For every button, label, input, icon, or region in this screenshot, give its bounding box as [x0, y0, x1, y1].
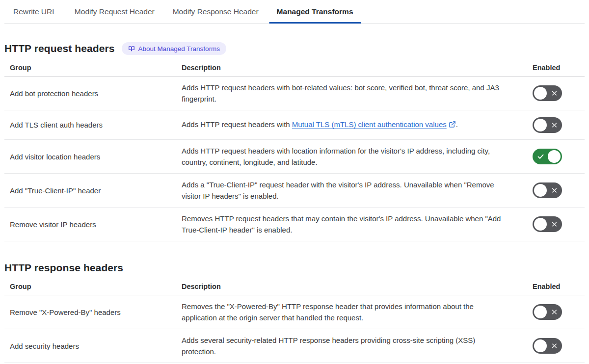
table-row: Add security headers Adds several securi…	[4, 329, 585, 363]
description-cell: Adds HTTP request headers with bot-relat…	[182, 82, 515, 104]
x-icon	[551, 343, 558, 349]
response-headers-title: HTTP response headers	[4, 262, 123, 274]
toggle-knob	[534, 184, 547, 197]
group-cell: Add bot protection headers	[10, 89, 182, 98]
toggle-knob	[548, 150, 561, 163]
tab-managed-transforms[interactable]: Managed Transforms	[269, 0, 361, 23]
description-cell: Adds a "True-Client-IP" request header w…	[182, 179, 515, 202]
request-headers-table: Group Description Enabled Add bot protec…	[4, 60, 585, 241]
response-headers-section-head: HTTP response headers	[4, 262, 585, 274]
column-header-group: Group	[10, 64, 182, 72]
request-headers-section-head: HTTP request headers About Managed Trans…	[4, 42, 585, 55]
group-cell: Remove "X-Powered-By" headers	[10, 308, 182, 316]
table-row: Add bot protection headers Adds HTTP req…	[4, 77, 585, 110]
table-row: Add "True-Client-IP" header Adds a "True…	[4, 174, 585, 208]
toggle-knob	[534, 339, 547, 352]
toggle-add-bot-protection-headers[interactable]	[533, 85, 562, 101]
request-headers-title: HTTP request headers	[4, 43, 115, 54]
transform-rules-tabbar: Rewrite URL Modify Request Header Modify…	[4, 0, 585, 24]
table-row: Add TLS client auth headers Adds HTTP re…	[4, 110, 585, 140]
x-icon	[551, 309, 558, 315]
column-header-enabled: Enabled	[533, 64, 585, 72]
check-icon	[537, 153, 544, 160]
toggle-add-security-headers[interactable]	[533, 338, 562, 354]
column-header-description: Description	[182, 283, 533, 290]
column-header-description: Description	[182, 64, 533, 72]
table-header-row: Group Description Enabled	[4, 279, 585, 295]
column-header-enabled: Enabled	[533, 283, 585, 290]
external-link-icon	[449, 120, 456, 131]
x-icon	[551, 221, 558, 228]
group-cell: Remove visitor IP headers	[10, 220, 182, 229]
table-row: Remove visitor IP headers Removes HTTP r…	[4, 208, 585, 241]
toggle-knob	[534, 119, 547, 131]
managed-transforms-page: Rewrite URL Modify Request Header Modify…	[4, 0, 585, 363]
description-cell: Removes HTTP request headers that may co…	[182, 213, 515, 235]
toggle-remove-visitor-ip-headers[interactable]	[533, 216, 562, 232]
group-cell: Add TLS client auth headers	[10, 121, 182, 129]
toggle-knob	[534, 218, 547, 231]
response-headers-table: Group Description Enabled Remove "X-Powe…	[4, 279, 585, 363]
description-cell: Adds HTTP request headers with location …	[182, 145, 515, 168]
table-row: Add visitor location headers Adds HTTP r…	[4, 140, 585, 174]
group-cell: Add visitor location headers	[10, 153, 182, 161]
column-header-group: Group	[10, 283, 182, 290]
description-cell: Adds several security-related HTTP respo…	[182, 335, 515, 357]
toggle-knob	[534, 87, 547, 100]
x-icon	[551, 90, 558, 97]
toggle-add-visitor-location-headers[interactable]	[533, 149, 562, 164]
description-cell: Adds HTTP request headers with Mutual TL…	[182, 119, 515, 131]
book-open-icon	[128, 45, 135, 52]
toggle-add-tls-client-auth-headers[interactable]	[533, 117, 562, 133]
table-row: Remove "X-Powered-By" headers Removes th…	[4, 295, 585, 329]
toggle-remove-x-powered-by-headers[interactable]	[533, 304, 562, 320]
toggle-add-true-client-ip-header[interactable]	[533, 182, 562, 198]
about-managed-transforms-link[interactable]: About Managed Transforms	[122, 42, 227, 55]
x-icon	[551, 187, 558, 194]
x-icon	[551, 122, 558, 128]
toggle-knob	[534, 306, 547, 318]
group-cell: Add "True-Client-IP" header	[10, 186, 182, 195]
group-cell: Add security headers	[10, 342, 182, 350]
tab-modify-response-header[interactable]: Modify Response Header	[165, 0, 267, 23]
tab-rewrite-url[interactable]: Rewrite URL	[5, 0, 64, 23]
tab-modify-request-header[interactable]: Modify Request Header	[67, 0, 162, 23]
table-header-row: Group Description Enabled	[4, 60, 585, 77]
mtls-docs-link[interactable]: Mutual TLS (mTLS) client authentication …	[292, 120, 456, 129]
badge-label: About Managed Transforms	[138, 45, 220, 52]
description-cell: Removes the "X-Powered-By" HTTP response…	[182, 301, 515, 323]
